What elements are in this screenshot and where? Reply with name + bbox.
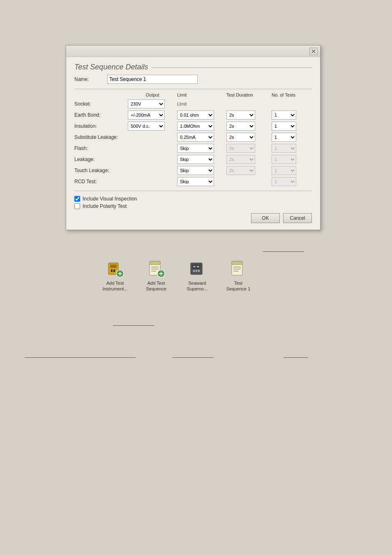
test-sequence-1-icon-item[interactable]: Test Sequence 1: [222, 259, 255, 292]
add-sequence-label-line2: Sequence: [146, 286, 166, 291]
leakage-limit-cell: Skip Pass: [177, 155, 226, 164]
underline-decoration: [113, 325, 154, 326]
separator-2: [74, 191, 312, 191]
flash-limit-select[interactable]: Skip Pass: [177, 144, 214, 153]
cancel-button[interactable]: Cancel: [283, 213, 312, 223]
dialog-title: Test Sequence Details: [74, 63, 312, 71]
test-sequence-1-label-line2: Sequence 1: [226, 286, 251, 291]
earthbond-num-cell: 1 2 3: [272, 111, 309, 120]
flash-num-cell: 1: [272, 144, 309, 153]
add-instrument-icon-item[interactable]: Add Test Instrument...: [99, 259, 131, 292]
subleakage-num-select[interactable]: 1 2 3: [272, 133, 296, 142]
close-button[interactable]: [309, 48, 318, 55]
checkbox-row-polarity: Include Polarity Test: [74, 203, 312, 209]
test-sequence-1-label: Test Sequence 1: [226, 280, 251, 292]
table-row: Earth Bond: +/-200mA +/-25A 0.01 ohm 0.1…: [74, 110, 312, 120]
subleakage-num-cell: 1 2 3: [272, 133, 309, 142]
name-input[interactable]: [107, 75, 198, 84]
insulation-output-cell: 500V d.c. 250V d.c.: [128, 122, 177, 131]
touchleakage-limit-select[interactable]: Skip Pass: [177, 166, 214, 175]
earthbond-limit-cell: 0.01 ohm 0.1 ohm 0.5 ohm: [177, 111, 226, 120]
underline-decoration: [25, 357, 53, 358]
rcd-num-select: 1: [272, 177, 296, 186]
seaward-superno-icon-item[interactable]: Seaward Superno...: [181, 259, 214, 292]
touchleakage-duration-select: 2s: [226, 166, 255, 175]
subleakage-limit-select[interactable]: 0.25mA 0.5mA 1mA: [177, 133, 214, 142]
touchleakage-limit-cell: Skip Pass: [177, 166, 226, 175]
flash-num-select: 1: [272, 144, 296, 153]
flash-limit-cell: Skip Pass: [177, 144, 226, 153]
underline-decoration: [53, 357, 136, 358]
leakage-num-cell: 1: [272, 155, 309, 164]
insulation-duration-select[interactable]: 2s 1s 3s 5s: [226, 122, 255, 131]
svg-rect-19: [193, 266, 196, 267]
name-row: Name:: [74, 75, 312, 84]
add-instrument-label: Add Test Instrument...: [102, 280, 127, 292]
col-label: [74, 92, 128, 97]
table-row: Leakage: Skip Pass 2s 1: [74, 154, 312, 164]
earthbond-output-select[interactable]: +/-200mA +/-25A: [128, 111, 165, 120]
underline-decoration: [263, 251, 304, 252]
seaward-superno-label-line1: Seaward: [188, 281, 206, 286]
svg-rect-20: [197, 266, 199, 267]
row-label-socket: Socket:: [74, 101, 128, 107]
row-label-earthbond: Earth Bond:: [74, 112, 128, 118]
visual-inspection-checkbox[interactable]: [74, 196, 80, 202]
earthbond-duration-select[interactable]: 2s 1s 3s 5s: [226, 111, 255, 120]
leakage-limit-select[interactable]: Skip Pass: [177, 155, 214, 164]
checkbox-row-visual: Include Visual Inspection: [74, 196, 312, 202]
leakage-duration-select: 2s: [226, 155, 255, 164]
socket-output-cell: 230V 110V: [128, 99, 177, 108]
subleakage-duration-select[interactable]: 2s 1s 3s 5s: [226, 133, 255, 142]
add-sequence-label-line1: Add Test: [148, 281, 165, 286]
dialog-body: Test Sequence Details Name: Output Limit…: [66, 57, 320, 230]
insulation-duration-cell: 2s 1s 3s 5s: [226, 122, 272, 131]
svg-rect-22: [196, 270, 197, 272]
visual-inspection-label: Include Visual Inspection: [83, 196, 137, 202]
test-sequence-1-label-line1: Test: [234, 281, 242, 286]
table-row: Substitute Leakage: 0.25mA 0.5mA 1mA 2s …: [74, 132, 312, 142]
dialog-titlebar: [66, 46, 320, 57]
polarity-test-checkbox[interactable]: [74, 203, 80, 209]
earthbond-limit-select[interactable]: 0.01 ohm 0.1 ohm 0.5 ohm: [177, 111, 214, 120]
test-sequence-1-icon: [228, 259, 248, 279]
add-sequence-icon: [146, 259, 166, 279]
rcd-limit-cell: Skip Pass: [177, 177, 226, 186]
underline-decoration: [284, 357, 308, 358]
checkboxes-area: Include Visual Inspection Include Polari…: [74, 196, 312, 209]
leakage-duration-cell: 2s: [226, 155, 272, 164]
icons-area: Add Test Instrument... Add Test Sequence: [99, 259, 255, 292]
rcd-num-cell: 1: [272, 177, 309, 186]
svg-rect-25: [232, 261, 242, 265]
touchleakage-num-select: 1: [272, 166, 296, 175]
title-line: [151, 67, 312, 68]
add-sequence-label: Add Test Sequence: [146, 280, 166, 292]
earthbond-output-cell: +/-200mA +/-25A: [128, 111, 177, 120]
row-label-touchleakage: Touch Leakage:: [74, 168, 128, 173]
add-instrument-label-line2: Instrument...: [102, 286, 127, 291]
buttons-row: OK Cancel: [74, 213, 312, 223]
insulation-num-select[interactable]: 1 2 3: [272, 122, 296, 131]
earthbond-duration-cell: 2s 1s 3s 5s: [226, 111, 272, 120]
col-test-duration: Test Duration: [226, 92, 272, 97]
socket-limit-label: Limit: [177, 101, 226, 106]
socket-output-select[interactable]: 230V 110V: [128, 99, 165, 108]
add-instrument-icon: [105, 259, 125, 279]
rcd-limit-select[interactable]: Skip Pass: [177, 177, 214, 186]
seaward-superno-icon: [187, 259, 207, 279]
svg-rect-3: [110, 265, 117, 268]
ok-button[interactable]: OK: [251, 213, 280, 223]
flash-duration-cell: 2s: [226, 144, 272, 153]
add-sequence-icon-item[interactable]: Add Test Sequence: [140, 259, 173, 292]
subleakage-limit-cell: 0.25mA 0.5mA 1mA: [177, 133, 226, 142]
row-label-insulation: Insulation:: [74, 123, 128, 129]
earthbond-num-select[interactable]: 1 2 3: [272, 111, 296, 120]
insulation-output-select[interactable]: 500V d.c. 250V d.c.: [128, 122, 165, 131]
flash-duration-select: 2s: [226, 144, 255, 153]
row-label-flash: Flash:: [74, 145, 128, 151]
svg-rect-21: [193, 270, 195, 272]
svg-rect-23: [198, 270, 200, 272]
insulation-num-cell: 1 2 3: [272, 122, 309, 131]
insulation-limit-select[interactable]: 1.0MOhm 2.0MOhm 0.5MOhm: [177, 122, 214, 131]
touchleakage-duration-cell: 2s: [226, 166, 272, 175]
